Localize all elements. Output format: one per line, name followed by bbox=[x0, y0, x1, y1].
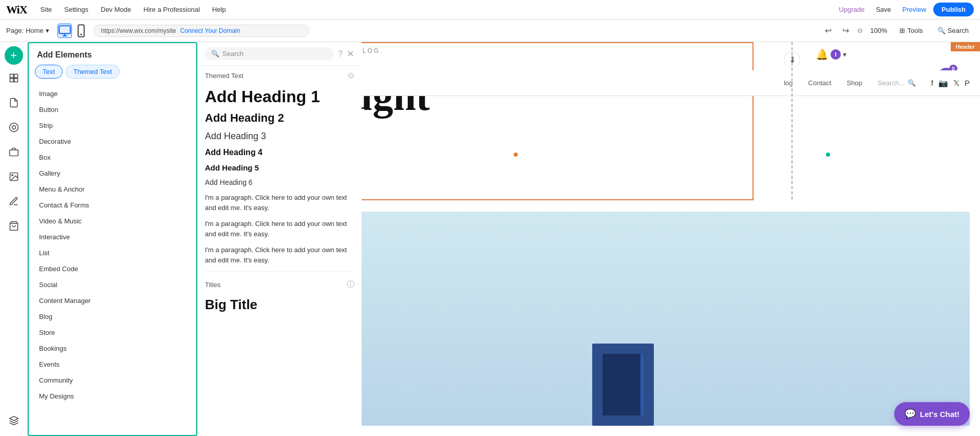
page-selector[interactable]: Page: Home ▾ bbox=[6, 27, 49, 34]
bell-icon[interactable]: 🔔 bbox=[816, 48, 828, 61]
list-item-list[interactable]: List bbox=[29, 245, 196, 261]
lets-chat-button[interactable]: 💬 Let's Chat! bbox=[894, 402, 970, 426]
themed-panel-header: 🔍 Search ? ✕ bbox=[198, 42, 362, 66]
wix-logo: WiX bbox=[6, 3, 27, 16]
twitter-icon[interactable]: 𝕏 bbox=[953, 79, 959, 88]
left-sidebar: + bbox=[0, 42, 28, 436]
connect-domain-link[interactable]: Connect Your Domain bbox=[180, 27, 240, 34]
heading-2-item[interactable]: Add Heading 2 bbox=[198, 108, 362, 128]
heading-6-item[interactable]: Add Heading 6 bbox=[198, 175, 362, 189]
heading-5-item[interactable]: Add Heading 5 bbox=[198, 160, 362, 175]
list-item-image[interactable]: Image bbox=[29, 86, 196, 102]
help-icon[interactable]: ? bbox=[338, 49, 343, 59]
svg-rect-11 bbox=[9, 150, 18, 156]
panel-list: Image Button Strip Decorative Box Galler… bbox=[29, 84, 196, 406]
nav-shop[interactable]: Shop bbox=[846, 79, 862, 87]
list-item-my-designs[interactable]: My Designs bbox=[29, 388, 196, 404]
list-item-button[interactable]: Button bbox=[29, 102, 196, 118]
titles-info-icon[interactable]: ⓘ bbox=[347, 280, 354, 290]
nav-search[interactable]: Search... 🔍 bbox=[878, 79, 916, 87]
pinterest-icon[interactable]: P bbox=[965, 79, 970, 87]
list-item-bookings[interactable]: Bookings bbox=[29, 340, 196, 356]
heading-4-item[interactable]: Add Heading 4 bbox=[198, 145, 362, 160]
preview-button[interactable]: Preview bbox=[898, 4, 930, 15]
list-item-box[interactable]: Box bbox=[29, 149, 196, 165]
sidebar-item-apps[interactable] bbox=[3, 141, 25, 163]
orange-resize-handle[interactable] bbox=[513, 151, 519, 158]
category-text-button[interactable]: Text bbox=[35, 65, 63, 79]
sidebar-item-blog[interactable] bbox=[3, 190, 25, 213]
list-item-content-manager[interactable]: Content Manager bbox=[29, 293, 196, 309]
nav-contact[interactable]: Contact bbox=[808, 79, 832, 87]
zoom-level: 100% bbox=[867, 27, 890, 34]
nav-settings[interactable]: Settings bbox=[59, 4, 93, 15]
heading-3-item[interactable]: Add Heading 3 bbox=[198, 128, 362, 145]
sidebar-item-layers[interactable] bbox=[3, 409, 25, 432]
big-title-item[interactable]: Big Title bbox=[198, 293, 362, 315]
sidebar-add-button[interactable]: + bbox=[5, 46, 23, 65]
list-item-decorative[interactable]: Decorative bbox=[29, 134, 196, 149]
sidebar-item-store[interactable] bbox=[3, 215, 25, 237]
titles-section-label-text: Titles bbox=[205, 281, 221, 289]
category-themed-text-button[interactable]: Themed Text bbox=[66, 65, 120, 79]
heading-1-item[interactable]: Add Heading 1 bbox=[198, 83, 362, 108]
sidebar-item-media[interactable] bbox=[3, 165, 25, 188]
top-bar: WiX Site Settings Dev Mode Hire a Profes… bbox=[0, 0, 980, 20]
chat-icon: 💬 bbox=[904, 408, 916, 420]
list-item-social[interactable]: Social bbox=[29, 277, 196, 293]
sidebar-item-elements[interactable] bbox=[3, 67, 25, 89]
nav-hire[interactable]: Hire a Professional bbox=[138, 4, 205, 15]
list-item-blog[interactable]: Blog bbox=[29, 309, 196, 325]
desktop-device-icon[interactable] bbox=[58, 24, 72, 38]
undo-button[interactable]: ↩ bbox=[820, 23, 836, 39]
device-switcher bbox=[58, 24, 88, 38]
list-item-menu-anchor[interactable]: Menu & Anchor bbox=[29, 181, 196, 197]
close-icon[interactable]: ✕ bbox=[347, 48, 354, 60]
top-nav: Site Settings Dev Mode Hire a Profession… bbox=[35, 4, 231, 15]
search-box-panel[interactable]: 🔍 Search bbox=[205, 47, 334, 60]
paragraph-3-item[interactable]: I'm a paragraph. Click here to add your … bbox=[198, 242, 362, 268]
list-item-video-music[interactable]: Video & Music bbox=[29, 213, 196, 229]
chevron-down-icon: ▾ bbox=[46, 27, 49, 34]
redo-button[interactable]: ↪ bbox=[838, 23, 853, 39]
sidebar-item-pages[interactable] bbox=[3, 91, 25, 114]
paragraph-2-item[interactable]: I'm a paragraph. Click here to add your … bbox=[198, 216, 362, 242]
instagram-icon[interactable]: 📷 bbox=[938, 79, 948, 88]
publish-button[interactable]: Publish bbox=[933, 3, 974, 16]
mobile-device-icon[interactable] bbox=[74, 24, 88, 38]
upgrade-button[interactable]: Upgrade bbox=[835, 4, 869, 15]
paragraph-1-item[interactable]: I'm a paragraph. Click here to add your … bbox=[198, 189, 362, 216]
sidebar-item-design[interactable] bbox=[3, 116, 25, 139]
info-icon[interactable]: ⊙ bbox=[348, 71, 354, 80]
facebook-icon[interactable]: f bbox=[931, 79, 933, 87]
search-button-top[interactable]: 🔍 Search bbox=[932, 25, 974, 36]
list-item-strip[interactable]: Strip bbox=[29, 118, 196, 134]
list-item-store[interactable]: Store bbox=[29, 325, 196, 340]
list-item-community[interactable]: Community bbox=[29, 372, 196, 388]
user-menu-chevron[interactable]: ▾ bbox=[843, 50, 846, 59]
nav-help[interactable]: Help bbox=[207, 4, 231, 15]
svg-marker-15 bbox=[9, 416, 18, 421]
list-item-events[interactable]: Events bbox=[29, 356, 196, 372]
list-item-contact-forms[interactable]: Contact & Forms bbox=[29, 197, 196, 213]
second-bar: Page: Home ▾ https://www.wix.com/mysite … bbox=[0, 20, 980, 42]
svg-point-9 bbox=[9, 123, 18, 132]
search-placeholder-panel: Search bbox=[222, 50, 243, 58]
notification-area: 🔔 I ▾ bbox=[816, 48, 846, 61]
nav-dev-mode[interactable]: Dev Mode bbox=[96, 4, 136, 15]
tools-icon: ⊞ bbox=[899, 27, 905, 34]
green-resize-handle[interactable] bbox=[825, 151, 831, 158]
page-label: Page: bbox=[6, 27, 24, 34]
search-icon-panel: 🔍 bbox=[211, 50, 219, 58]
themed-section-header: Themed Text ⊙ bbox=[198, 66, 362, 83]
list-item-interactive[interactable]: Interactive bbox=[29, 229, 196, 245]
book-illustration bbox=[592, 344, 654, 426]
url-text: https://www.wix.com/mysite bbox=[101, 27, 176, 34]
tools-button[interactable]: ⊞ Tools bbox=[894, 25, 928, 36]
save-button[interactable]: Save bbox=[872, 4, 895, 15]
lets-chat-label: Let's Chat! bbox=[920, 410, 959, 419]
list-item-embed-code[interactable]: Embed Code bbox=[29, 261, 196, 277]
nav-site[interactable]: Site bbox=[35, 4, 57, 15]
second-bar-right: ↩ ↪ ⊖ 100% ⊞ Tools 🔍 Search bbox=[820, 23, 974, 39]
list-item-gallery[interactable]: Gallery bbox=[29, 165, 196, 181]
